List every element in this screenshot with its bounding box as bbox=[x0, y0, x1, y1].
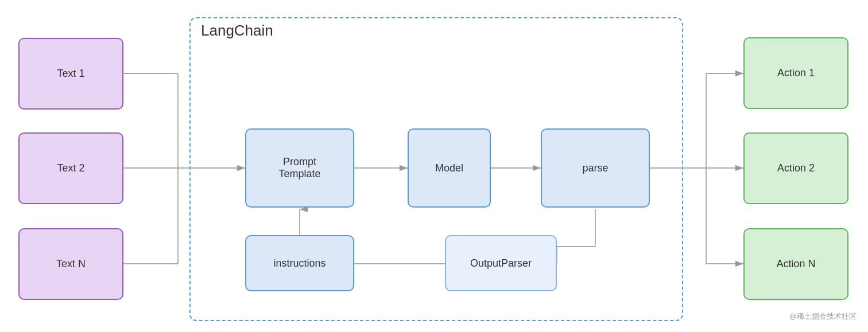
action2-box: Action 2 bbox=[743, 132, 848, 204]
actionn-label: Action N bbox=[776, 258, 815, 270]
text2-label: Text 2 bbox=[57, 162, 84, 174]
action2-label: Action 2 bbox=[777, 162, 815, 174]
diagram: LangChain bbox=[0, 0, 868, 332]
instructions-box: instructions bbox=[245, 235, 354, 291]
prompt-template-label: PromptTemplate bbox=[278, 156, 320, 180]
parse-box: parse bbox=[541, 128, 650, 208]
actionn-box: Action N bbox=[743, 228, 848, 300]
text1-box: Text 1 bbox=[18, 38, 123, 110]
textn-box: Text N bbox=[18, 228, 123, 300]
watermark: @稀土掘金技术社区 bbox=[789, 311, 857, 322]
model-box: Model bbox=[408, 128, 491, 208]
model-label: Model bbox=[435, 162, 463, 174]
action1-label: Action 1 bbox=[777, 67, 815, 79]
instructions-label: instructions bbox=[273, 257, 326, 269]
langchain-label: LangChain bbox=[201, 22, 273, 40]
prompt-template-box: PromptTemplate bbox=[245, 128, 354, 208]
textn-label: Text N bbox=[56, 258, 86, 270]
output-parser-box: OutputParser bbox=[445, 235, 557, 291]
output-parser-label: OutputParser bbox=[470, 257, 532, 269]
action1-box: Action 1 bbox=[743, 37, 848, 109]
text1-label: Text 1 bbox=[57, 68, 84, 80]
parse-label: parse bbox=[582, 162, 608, 174]
text2-box: Text 2 bbox=[18, 132, 123, 204]
